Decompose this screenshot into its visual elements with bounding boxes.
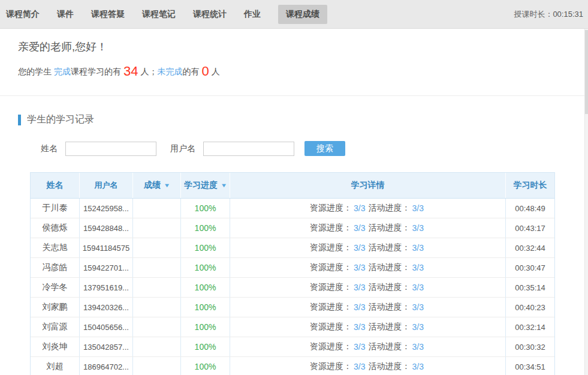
- activity-progress-link[interactable]: 3/3: [412, 263, 424, 272]
- activity-progress-label: 活动进度：: [369, 223, 411, 233]
- activity-progress-link[interactable]: 3/3: [412, 302, 424, 312]
- student-name: 于川泰: [31, 199, 80, 218]
- activity-progress-link[interactable]: 3/3: [412, 342, 424, 352]
- resource-progress-label: 资源进度：: [310, 223, 352, 233]
- vertical-scrollbar[interactable]: [584, 29, 588, 375]
- student-detail: 资源进度：3/3活动进度：3/3: [230, 317, 506, 337]
- student-progress: 100%: [181, 278, 230, 297]
- student-progress: 100%: [181, 238, 230, 257]
- study-duration: 00:35:14: [506, 278, 554, 297]
- sort-arrow-icon[interactable]: ▼: [164, 182, 171, 188]
- header-progress[interactable]: 学习进度▼: [181, 173, 230, 198]
- tab-course-qa[interactable]: 课程答疑: [91, 5, 125, 24]
- student-name: 刘超: [31, 357, 80, 375]
- activity-progress-label: 活动进度：: [369, 322, 411, 332]
- student-name: 冷学冬: [31, 278, 80, 297]
- activity-progress-label: 活动进度：: [369, 203, 411, 214]
- name-input[interactable]: [65, 142, 156, 156]
- student-score: [133, 258, 181, 277]
- student-score: [133, 218, 181, 238]
- student-progress: 100%: [181, 337, 230, 356]
- sort-arrow-icon[interactable]: ▼: [221, 182, 228, 188]
- student-username: 159422701...: [80, 258, 133, 277]
- header-duration: 学习时长: [506, 173, 554, 198]
- teaching-duration: 授课时长：00:15:31: [514, 9, 583, 20]
- student-name: 刘家鹏: [31, 298, 80, 317]
- greeting-summary: 您的学生 完成课程学习的有34人；未完成的有0人: [18, 64, 570, 79]
- resource-progress-link[interactable]: 3/3: [354, 203, 365, 213]
- student-progress: 100%: [181, 199, 230, 218]
- resource-progress-link[interactable]: 3/3: [354, 223, 365, 233]
- student-detail: 资源进度：3/3活动进度：3/3: [230, 258, 506, 277]
- student-detail: 资源进度：3/3活动进度：3/3: [230, 298, 506, 317]
- search-button[interactable]: 搜索: [304, 141, 345, 156]
- activity-progress-label: 活动进度：: [369, 361, 411, 372]
- student-score: [133, 238, 181, 257]
- resource-progress-label: 资源进度：: [310, 322, 352, 332]
- student-progress: 100%: [181, 298, 230, 317]
- study-duration: 00:40:23: [506, 298, 554, 317]
- student-detail: 资源进度：3/3活动进度：3/3: [230, 199, 506, 218]
- student-score: [133, 199, 181, 218]
- activity-progress-link[interactable]: 3/3: [412, 223, 424, 233]
- student-name: 侯德烁: [31, 218, 80, 238]
- study-duration: 00:34:51: [506, 357, 554, 375]
- student-score: [133, 298, 181, 317]
- username-input[interactable]: [203, 142, 294, 156]
- study-duration: 00:30:32: [506, 337, 554, 356]
- uncompleted-link[interactable]: 未完成: [157, 67, 182, 76]
- resource-progress-link[interactable]: 3/3: [354, 322, 365, 332]
- student-score: [133, 357, 181, 375]
- summary-mid1: 课程学习的有: [71, 67, 121, 76]
- table-body: 于川泰 152425958... 100% 资源进度：3/3活动进度：3/3 0…: [31, 199, 554, 375]
- table-row: 刘炎坤 135042857... 100% 资源进度：3/3活动进度：3/3 0…: [31, 337, 554, 357]
- student-name: 刘炎坤: [31, 337, 80, 356]
- student-score: [133, 317, 181, 337]
- student-detail: 资源进度：3/3活动进度：3/3: [230, 337, 506, 356]
- student-username: 159428848...: [80, 218, 133, 238]
- study-duration: 00:43:17: [506, 218, 554, 238]
- username-label: 用户名: [170, 143, 195, 154]
- resource-progress-link[interactable]: 3/3: [354, 243, 365, 253]
- resource-progress-link[interactable]: 3/3: [354, 342, 365, 352]
- activity-progress-link[interactable]: 3/3: [412, 362, 424, 371]
- scrollbar-thumb[interactable]: [585, 30, 588, 114]
- tab-homework[interactable]: 作业: [244, 5, 261, 24]
- student-username: 152425958...: [80, 199, 133, 218]
- summary-mid2: 人；: [140, 67, 157, 76]
- activity-progress-link[interactable]: 3/3: [412, 243, 424, 253]
- activity-progress-label: 活动进度：: [369, 302, 411, 313]
- activity-progress-link[interactable]: 3/3: [412, 322, 424, 332]
- tab-course-grades[interactable]: 课程成绩: [278, 5, 327, 24]
- greeting-title: 亲爱的老师,您好！: [18, 40, 570, 54]
- student-progress: 100%: [181, 218, 230, 238]
- student-detail: 资源进度：3/3活动进度：3/3: [230, 238, 506, 257]
- student-username: 15941184575: [80, 238, 133, 257]
- activity-progress-label: 活动进度：: [369, 282, 411, 293]
- study-duration: 00:48:49: [506, 199, 554, 218]
- resource-progress-link[interactable]: 3/3: [354, 283, 365, 292]
- tab-course-stats[interactable]: 课程统计: [193, 5, 227, 24]
- resource-progress-label: 资源进度：: [310, 302, 352, 313]
- resource-progress-link[interactable]: 3/3: [354, 263, 365, 272]
- student-name: 关志旭: [31, 238, 80, 257]
- summary-prefix: 您的学生: [18, 67, 54, 76]
- student-username: 186964702...: [80, 357, 133, 375]
- activity-progress-label: 活动进度：: [369, 262, 411, 273]
- tab-course-notes[interactable]: 课程笔记: [142, 5, 176, 24]
- name-label: 姓名: [41, 143, 58, 154]
- tab-courseware[interactable]: 课件: [57, 5, 74, 24]
- activity-progress-link[interactable]: 3/3: [412, 203, 424, 213]
- tab-course-intro[interactable]: 课程简介: [6, 5, 40, 24]
- table-header-row: 姓名 用户名 成绩▼ 学习进度▼ 学习详情 学习时长: [31, 172, 554, 199]
- activity-progress-link[interactable]: 3/3: [412, 283, 424, 292]
- header-score[interactable]: 成绩▼: [133, 173, 181, 198]
- table-row: 刘家鹏 139420326... 100% 资源进度：3/3活动进度：3/3 0…: [31, 298, 554, 317]
- table-row: 关志旭 15941184575 100% 资源进度：3/3活动进度：3/3 00…: [31, 238, 554, 258]
- resource-progress-link[interactable]: 3/3: [354, 362, 365, 371]
- resource-progress-label: 资源进度：: [310, 262, 352, 273]
- resource-progress-link[interactable]: 3/3: [354, 302, 365, 312]
- completed-link[interactable]: 完成: [54, 67, 71, 76]
- learning-records-table: 姓名 用户名 成绩▼ 学习进度▼ 学习详情 学习时长 于川泰 152425958…: [30, 172, 555, 375]
- student-name: 刘富源: [31, 317, 80, 337]
